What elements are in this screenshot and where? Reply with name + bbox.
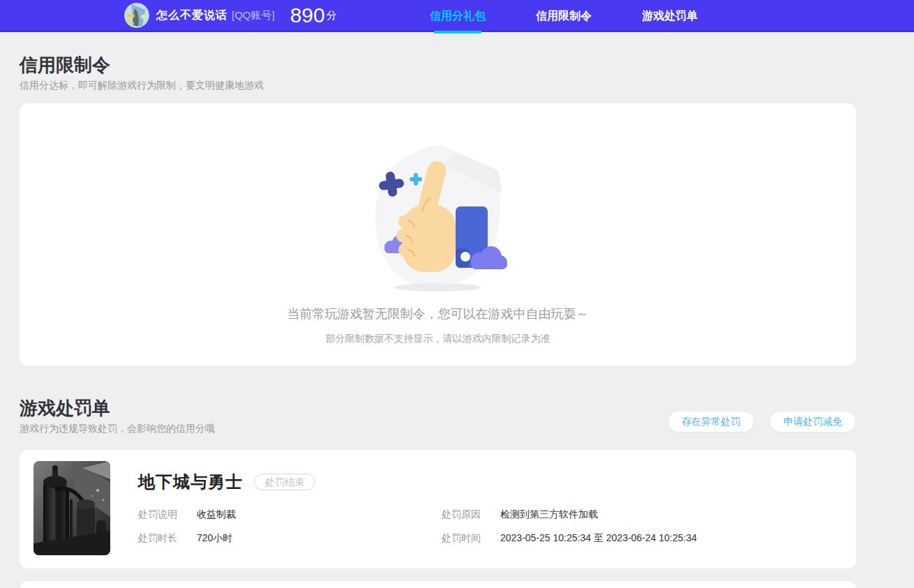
field-value: 720小时 bbox=[197, 532, 232, 544]
restriction-subtitle: 信用分达标，即可解除游戏行为限制，要文明健康地游戏 bbox=[20, 80, 856, 91]
field-value: 收益制裁 bbox=[197, 508, 236, 520]
restriction-empty-card: 当前常玩游戏暂无限制令，您可以在游戏中自由玩耍～ 部分限制数据不支持显示，请以游… bbox=[20, 103, 856, 365]
main-content: 信用限制令 信用分达标，即可解除游戏行为限制，要文明健康地游戏 bbox=[20, 53, 856, 588]
top-header: 怎么不爱说话 [QQ账号] 890 分 信用分礼包 信用限制令 游戏处罚单 bbox=[0, 0, 914, 32]
penalty-card: 地下城与勇士 处罚结束 处罚说明 收益制裁 处罚原因 检测到第三方软件加载 处罚… bbox=[20, 450, 856, 568]
next-penalty-card-partial bbox=[20, 581, 856, 588]
field-value: 2023-05-25 10:25:34 至 2023-06-24 10:25:3… bbox=[500, 532, 697, 544]
header-nav: 信用分礼包 信用限制令 游戏处罚单 bbox=[405, 0, 723, 32]
tab-credit-gift-label: 信用分礼包 bbox=[430, 9, 486, 24]
penalty-title-row: 地下城与勇士 处罚结束 bbox=[138, 471, 842, 493]
penalty-section-header: 游戏处罚单 游戏行为违规导致处罚，会影响您的信用分哦 存在异常处罚 申请处罚减免 bbox=[20, 396, 856, 434]
penalty-status-badge: 处罚结束 bbox=[254, 474, 315, 490]
penalty-relief-button[interactable]: 申请处罚减免 bbox=[770, 411, 856, 432]
field-label: 处罚时长 bbox=[138, 532, 187, 544]
abnormal-penalty-button[interactable]: 存在异常处罚 bbox=[668, 411, 754, 432]
restriction-empty-note: 部分限制数据不支持显示，请以游戏内限制记录为准 bbox=[326, 333, 550, 345]
penalty-fields: 处罚说明 收益制裁 处罚原因 检测到第三方软件加载 处罚时长 720小时 处罚时… bbox=[138, 508, 842, 544]
penalty-actions: 存在异常处罚 申请处罚减免 bbox=[668, 411, 856, 434]
tab-game-penalty-label: 游戏处罚单 bbox=[642, 9, 698, 24]
penalty-field-duration: 处罚时长 720小时 bbox=[138, 532, 442, 544]
field-value: 检测到第三方软件加载 bbox=[500, 508, 598, 520]
game-thumbnail-image bbox=[33, 461, 110, 555]
credit-score-unit: 分 bbox=[327, 9, 337, 22]
penalty-field-description: 处罚说明 收益制裁 bbox=[138, 508, 442, 520]
tab-credit-gift[interactable]: 信用分礼包 bbox=[405, 0, 511, 32]
penalty-field-reason: 处罚原因 检测到第三方软件加载 bbox=[442, 508, 842, 520]
restriction-title: 信用限制令 bbox=[20, 53, 856, 77]
thumbs-up-illustration bbox=[359, 137, 516, 296]
restriction-empty-message: 当前常玩游戏暂无限制令，您可以在游戏中自由玩耍～ bbox=[287, 306, 589, 322]
active-tab-underline bbox=[434, 31, 481, 33]
penalty-field-time: 处罚时间 2023-05-25 10:25:34 至 2023-06-24 10… bbox=[442, 532, 842, 544]
tab-game-penalty[interactable]: 游戏处罚单 bbox=[617, 0, 723, 32]
field-label: 处罚说明 bbox=[138, 508, 187, 520]
restriction-section-header: 信用限制令 信用分达标，即可解除游戏行为限制，要文明健康地游戏 bbox=[20, 53, 856, 91]
penalty-title: 游戏处罚单 bbox=[20, 396, 215, 420]
field-label: 处罚原因 bbox=[442, 508, 490, 520]
credit-score: 890 bbox=[290, 5, 325, 26]
field-label: 处罚时间 bbox=[442, 532, 490, 544]
penalty-subtitle: 游戏行为违规导致处罚，会影响您的信用分哦 bbox=[20, 423, 215, 434]
game-thumbnail bbox=[33, 461, 110, 555]
penalty-section-titles: 游戏处罚单 游戏行为违规导致处罚，会影响您的信用分哦 bbox=[20, 396, 215, 434]
username: 怎么不爱说话 bbox=[156, 8, 227, 23]
avatar[interactable] bbox=[124, 3, 149, 28]
account-type: [QQ账号] bbox=[232, 9, 275, 22]
penalty-card-body: 地下城与勇士 处罚结束 处罚说明 收益制裁 处罚原因 检测到第三方软件加载 处罚… bbox=[138, 461, 842, 557]
game-name: 地下城与勇士 bbox=[138, 471, 243, 493]
tab-credit-restriction[interactable]: 信用限制令 bbox=[511, 0, 617, 32]
tab-credit-restriction-label: 信用限制令 bbox=[536, 9, 592, 24]
avatar-image bbox=[124, 3, 149, 28]
